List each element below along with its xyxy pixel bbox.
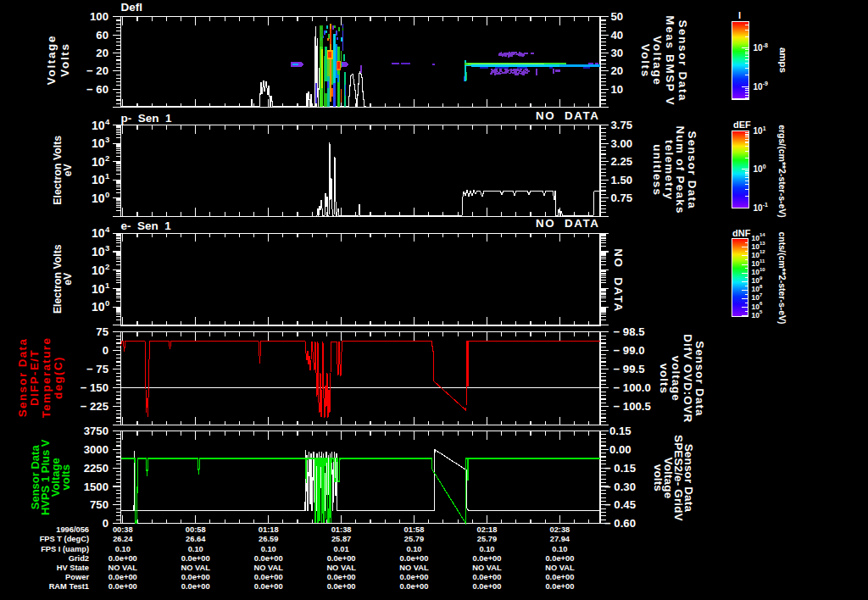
svg-text:26.24: 26.24 bbox=[113, 535, 133, 543]
svg-text:0.0e+00: 0.0e+00 bbox=[181, 573, 210, 581]
svg-text:3750: 3750 bbox=[84, 425, 108, 437]
svg-text:Voltage: Voltage bbox=[651, 36, 664, 86]
svg-text:30: 30 bbox=[611, 47, 624, 59]
svg-text:− 75: − 75 bbox=[86, 363, 108, 375]
svg-text:10: 10 bbox=[92, 136, 105, 150]
svg-text:3000: 3000 bbox=[84, 443, 108, 456]
svg-text:− 99.0: − 99.0 bbox=[614, 344, 645, 357]
svg-text:− 225: − 225 bbox=[81, 400, 108, 413]
svg-text:FPS T (degC): FPS T (degC) bbox=[40, 535, 89, 543]
svg-text:0: 0 bbox=[763, 164, 766, 169]
svg-text:0.0e+00: 0.0e+00 bbox=[108, 554, 137, 563]
svg-text:− 100.0: − 100.0 bbox=[614, 381, 651, 394]
svg-text:1500: 1500 bbox=[84, 481, 108, 493]
svg-text:0: 0 bbox=[103, 344, 108, 357]
svg-text:0.10: 0.10 bbox=[479, 545, 494, 553]
svg-text:0: 0 bbox=[105, 190, 109, 199]
svg-text:12: 12 bbox=[760, 249, 765, 254]
svg-text:0.0e+00: 0.0e+00 bbox=[254, 573, 283, 581]
svg-text:3.75: 3.75 bbox=[611, 119, 633, 131]
svg-text:e- Sen 1: e- Sen 1 bbox=[120, 219, 171, 232]
svg-text:− 150: − 150 bbox=[81, 381, 108, 394]
svg-text:0.0e+00: 0.0e+00 bbox=[400, 573, 429, 581]
svg-text:3.00: 3.00 bbox=[611, 137, 633, 150]
svg-text:10: 10 bbox=[752, 268, 760, 276]
svg-text:10: 10 bbox=[92, 173, 105, 186]
svg-text:unitless: unitless bbox=[651, 144, 664, 196]
svg-text:NO VAL: NO VAL bbox=[545, 564, 575, 572]
svg-text:0.0e+00: 0.0e+00 bbox=[108, 582, 137, 591]
svg-text:4: 4 bbox=[105, 117, 110, 126]
svg-text:60: 60 bbox=[96, 29, 108, 42]
svg-text:0: 0 bbox=[105, 298, 109, 308]
svg-text:dEF: dEF bbox=[733, 119, 751, 130]
svg-text:75: 75 bbox=[96, 325, 108, 338]
svg-text:25.87: 25.87 bbox=[331, 535, 351, 543]
svg-text:1: 1 bbox=[763, 125, 766, 131]
svg-text:− 98.5: − 98.5 bbox=[614, 325, 645, 338]
svg-text:− 0.15: − 0.15 bbox=[604, 462, 636, 475]
svg-text:10: 10 bbox=[752, 276, 760, 285]
svg-text:0.0e+00: 0.0e+00 bbox=[327, 582, 356, 591]
svg-text:0.10: 0.10 bbox=[115, 545, 131, 553]
svg-text:1996/056: 1996/056 bbox=[56, 525, 89, 534]
svg-text:NO VAL: NO VAL bbox=[472, 564, 502, 572]
svg-text:RAM Test1: RAM Test1 bbox=[49, 582, 89, 591]
svg-text:p- Sen 1: p- Sen 1 bbox=[120, 112, 172, 125]
svg-text:0.0e+00: 0.0e+00 bbox=[473, 582, 502, 591]
svg-text:14: 14 bbox=[760, 232, 765, 237]
svg-text:10: 10 bbox=[92, 192, 105, 205]
svg-text:26.64: 26.64 bbox=[186, 535, 206, 543]
svg-text:− 100.5: − 100.5 bbox=[614, 400, 651, 413]
svg-text:0.0e+00: 0.0e+00 bbox=[545, 573, 574, 581]
svg-text:Sensor Data: Sensor Data bbox=[693, 341, 706, 416]
svg-text:10: 10 bbox=[752, 303, 760, 311]
svg-text:Voltage: Voltage bbox=[45, 35, 58, 85]
svg-text:13: 13 bbox=[760, 241, 765, 246]
svg-text:Temperature: Temperature bbox=[40, 337, 53, 419]
svg-text:Volts: Volts bbox=[639, 44, 652, 78]
svg-text:02:38: 02:38 bbox=[550, 525, 570, 534]
svg-text:NO DATA: NO DATA bbox=[536, 217, 600, 230]
svg-text:Meas BMSP V: Meas BMSP V bbox=[664, 15, 676, 106]
svg-text:10: 10 bbox=[754, 164, 764, 174]
svg-text:10: 10 bbox=[752, 293, 760, 302]
svg-text:Sensor Data: Sensor Data bbox=[16, 338, 29, 418]
svg-text:FPS I (uamp): FPS I (uamp) bbox=[41, 545, 89, 553]
svg-text:0.0e+00: 0.0e+00 bbox=[181, 554, 210, 563]
svg-text:0.10: 0.10 bbox=[406, 545, 421, 553]
svg-text:0.10: 0.10 bbox=[552, 545, 567, 553]
svg-text:voltage: voltage bbox=[670, 356, 682, 402]
svg-text:NO VAL: NO VAL bbox=[181, 564, 210, 572]
svg-text:10: 10 bbox=[760, 267, 765, 272]
svg-text:2.25: 2.25 bbox=[611, 155, 633, 168]
svg-text:10: 10 bbox=[752, 285, 760, 293]
svg-text:0.0e+00: 0.0e+00 bbox=[400, 554, 429, 563]
svg-text:10: 10 bbox=[754, 203, 764, 213]
svg-text:10: 10 bbox=[754, 43, 764, 53]
svg-text:Grid2: Grid2 bbox=[69, 554, 89, 563]
svg-text:10: 10 bbox=[752, 242, 760, 251]
svg-text:750: 750 bbox=[90, 498, 108, 511]
svg-text:0.00: 0.00 bbox=[609, 443, 632, 456]
svg-text:1: 1 bbox=[105, 281, 110, 290]
svg-text:0.0e+00: 0.0e+00 bbox=[254, 582, 283, 591]
svg-text:eV: eV bbox=[62, 272, 74, 286]
svg-text:01:18: 01:18 bbox=[259, 525, 279, 534]
svg-text:10: 10 bbox=[752, 259, 760, 268]
svg-text:10: 10 bbox=[754, 82, 764, 92]
svg-text:0: 0 bbox=[103, 517, 108, 530]
svg-text:1.50: 1.50 bbox=[611, 174, 633, 186]
svg-text:NO VAL: NO VAL bbox=[253, 564, 283, 572]
svg-text:0.0e+00: 0.0e+00 bbox=[545, 582, 574, 591]
svg-text:dNF: dNF bbox=[732, 228, 751, 238]
svg-text:10: 10 bbox=[752, 251, 760, 259]
svg-text:-9: -9 bbox=[763, 81, 768, 86]
svg-text:2: 2 bbox=[105, 262, 109, 271]
svg-text:10: 10 bbox=[752, 234, 760, 242]
svg-text:40: 40 bbox=[611, 29, 624, 42]
svg-text:0.0e+00: 0.0e+00 bbox=[327, 554, 356, 563]
svg-text:amps: amps bbox=[778, 47, 788, 73]
svg-text:0.01: 0.01 bbox=[334, 545, 349, 553]
svg-text:50: 50 bbox=[611, 10, 624, 23]
